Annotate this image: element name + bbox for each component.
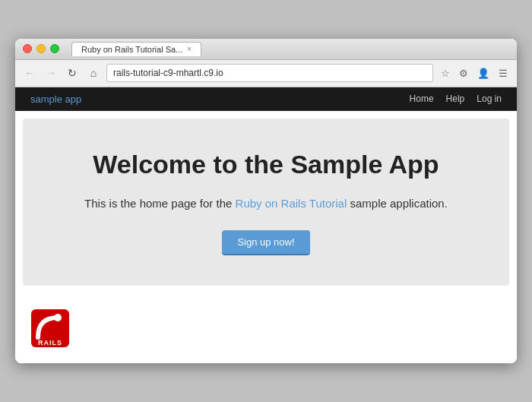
nav-home-link[interactable]: Home	[410, 93, 434, 104]
refresh-button[interactable]: ↻	[64, 65, 81, 81]
bookmark-icon[interactable]: ☆	[438, 66, 453, 81]
address-input[interactable]	[106, 64, 433, 82]
rails-logo-svg: RAILS	[30, 309, 70, 348]
site-wrapper: sample app Home Help Log in Welcome to t…	[15, 87, 517, 363]
tab-close-icon[interactable]: ×	[187, 45, 192, 53]
address-bar: ← → ↻ ⌂ ☆ ⚙ 👤 ☰	[15, 60, 517, 87]
hero-subtitle: This is the home page for the Ruby on Ra…	[38, 195, 494, 213]
toolbar-icons: ☆ ⚙ 👤 ☰	[438, 66, 511, 81]
tutorial-link[interactable]: Ruby on Rails Tutorial	[236, 197, 347, 210]
browser-window: Ruby on Rails Tutorial Sa... × ← → ↻ ⌂ ☆…	[15, 39, 517, 363]
home-button[interactable]: ⌂	[85, 65, 102, 81]
site-brand-link[interactable]: sample app	[30, 93, 81, 105]
forward-button[interactable]: →	[43, 65, 59, 81]
tab-title: Ruby on Rails Tutorial Sa...	[81, 45, 182, 54]
title-bar: Ruby on Rails Tutorial Sa... ×	[15, 39, 517, 60]
maximize-button[interactable]	[50, 44, 59, 53]
settings-icon[interactable]: ⚙	[456, 66, 471, 81]
svg-text:RAILS: RAILS	[38, 339, 62, 347]
signup-button[interactable]: Sign up now!	[222, 230, 309, 255]
back-button[interactable]: ←	[21, 65, 38, 81]
subtitle-after: sample application.	[347, 197, 448, 210]
hero-title: Welcome to the Sample App	[38, 149, 494, 180]
subtitle-before: This is the home page for the	[84, 197, 235, 210]
hero-section: Welcome to the Sample App This is the ho…	[23, 119, 509, 286]
close-button[interactable]	[23, 44, 32, 53]
site-footer: RAILS	[15, 293, 517, 363]
minimize-button[interactable]	[36, 44, 46, 53]
menu-icon[interactable]: ☰	[496, 66, 511, 81]
svg-point-1	[54, 314, 62, 321]
site-header: sample app Home Help Log in	[15, 87, 517, 111]
site-nav: Home Help Log in	[410, 93, 502, 104]
nav-login-link[interactable]: Log in	[477, 93, 502, 104]
active-tab[interactable]: Ruby on Rails Tutorial Sa... ×	[71, 42, 201, 56]
rails-logo: RAILS	[30, 309, 70, 348]
user-icon[interactable]: 👤	[474, 66, 492, 81]
tab-bar: Ruby on Rails Tutorial Sa... ×	[71, 42, 509, 56]
nav-help-link[interactable]: Help	[446, 93, 465, 104]
